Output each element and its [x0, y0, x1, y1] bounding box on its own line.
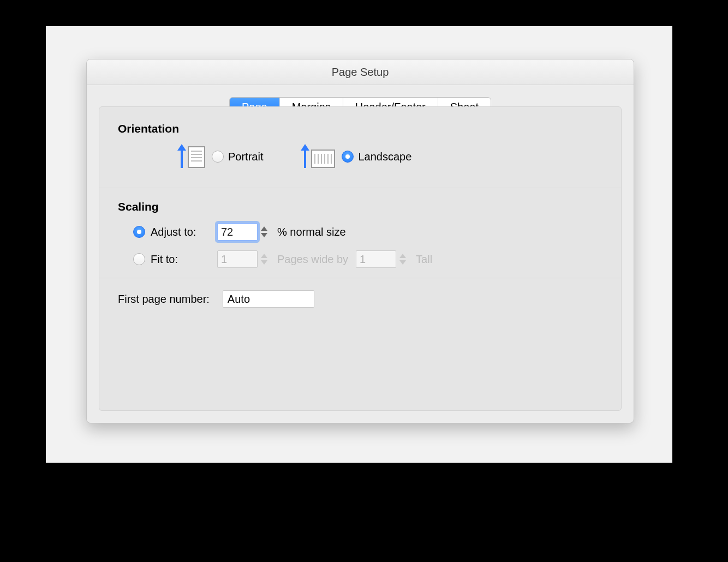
orientation-landscape-option: Landscape [301, 145, 411, 168]
fit-to-wide-input[interactable] [217, 250, 258, 268]
portrait-label: Portrait [228, 151, 263, 163]
up-arrow-icon [301, 145, 309, 168]
portrait-page-icon [188, 146, 205, 168]
chevron-down-icon[interactable] [261, 233, 267, 237]
pages-wide-by-label: Pages wide by [277, 253, 348, 266]
fit-to-label: Fit to: [151, 253, 178, 266]
window-title: Page Setup [87, 59, 634, 85]
orientation-heading: Orientation [118, 122, 602, 135]
adjust-to-label: Adjust to: [151, 226, 196, 238]
chevron-down-icon[interactable] [399, 260, 406, 265]
adjust-to-row: Adjust to: % normal size [133, 223, 602, 241]
adjust-to-radio[interactable]: Adjust to: [133, 226, 210, 238]
first-page-number-row: First page number: [118, 290, 602, 308]
fit-to-radio[interactable]: Fit to: [133, 253, 210, 266]
fit-to-wide-stepper[interactable] [261, 250, 270, 268]
page-panel: Orientation Portrait [99, 106, 622, 411]
orientation-options: Portrait Landscape [178, 145, 602, 168]
chevron-up-icon[interactable] [261, 254, 267, 258]
up-arrow-icon [178, 145, 186, 168]
fit-to-row: Fit to: Pages wide by [133, 250, 602, 268]
landscape-icon [301, 145, 335, 168]
scaling-heading: Scaling [118, 200, 602, 213]
orientation-portrait-option: Portrait [178, 145, 263, 168]
section-divider [99, 188, 621, 188]
desktop-backdrop: Page Setup Page Margins Header/Footer Sh… [46, 26, 672, 463]
adjust-to-suffix: % normal size [277, 226, 346, 238]
fit-to-tall-stepper[interactable] [399, 250, 408, 268]
landscape-radio[interactable]: Landscape [342, 151, 411, 163]
chevron-down-icon[interactable] [261, 260, 267, 265]
section-divider [99, 278, 621, 278]
portrait-icon [178, 145, 205, 168]
adjust-to-input[interactable] [217, 223, 258, 241]
chevron-up-icon[interactable] [399, 254, 406, 258]
adjust-to-stepper[interactable] [261, 223, 270, 241]
landscape-label: Landscape [358, 151, 411, 163]
fit-to-tall-input[interactable] [356, 250, 396, 268]
first-page-number-input[interactable] [223, 290, 314, 308]
first-page-number-label: First page number: [118, 293, 210, 306]
page-setup-window: Page Setup Page Margins Header/Footer Sh… [86, 59, 634, 423]
landscape-page-icon [311, 150, 335, 168]
portrait-radio[interactable]: Portrait [212, 151, 263, 163]
tall-label: Tall [416, 253, 432, 266]
chevron-up-icon[interactable] [261, 226, 267, 231]
